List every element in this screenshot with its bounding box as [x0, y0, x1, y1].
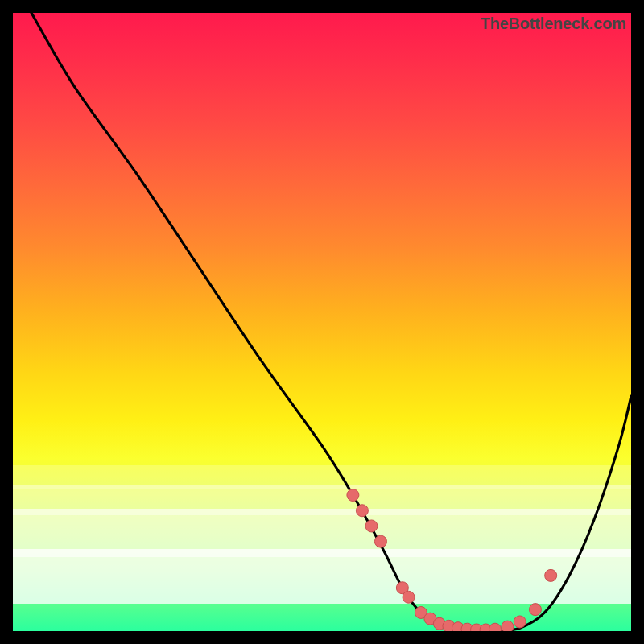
chart-frame: TheBottleneck.com	[13, 13, 631, 631]
watermark-text: TheBottleneck.com	[481, 14, 626, 33]
highlight-band	[13, 549, 631, 604]
